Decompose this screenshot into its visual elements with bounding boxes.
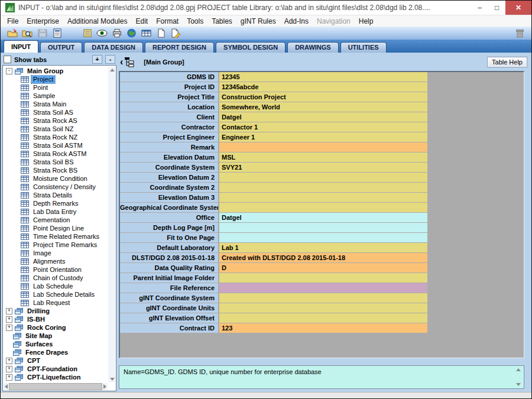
field-value-elevation-datum-2[interactable]: [219, 173, 427, 182]
menu-format[interactable]: Format: [152, 17, 183, 25]
expand-node-icon[interactable]: +: [6, 308, 12, 314]
field-value-client[interactable]: Datgel: [219, 112, 427, 122]
field-value-project-title[interactable]: Construction Project: [219, 92, 427, 102]
tree-item-rock-coring[interactable]: +Rock Coring: [4, 323, 108, 332]
tree-item-cpt-configuration[interactable]: +CPT-Configuration: [4, 381, 108, 382]
minimize-button[interactable]: –: [471, 1, 488, 15]
tree-item-strata-details[interactable]: Strata Details: [4, 191, 108, 199]
tree-horizontal-scrollbar[interactable]: [4, 383, 108, 390]
field-value-depth-log-page-m[interactable]: [219, 223, 427, 232]
field-value-gint-coordinate-system[interactable]: [219, 293, 427, 303]
field-value-gint-elevation-offset[interactable]: [219, 313, 427, 323]
expand-node-icon[interactable]: +: [6, 358, 12, 364]
tree-item-strata-rock-bs[interactable]: Strata Rock BS: [4, 166, 108, 174]
tree-item-strata-main[interactable]: Strata Main: [4, 100, 108, 108]
tab-report-design[interactable]: REPORT DESIGN: [145, 42, 214, 53]
field-value-project-id[interactable]: 12345abcde: [219, 82, 427, 92]
tree-item-cpt-foundation[interactable]: +CPT-Foundation: [4, 365, 108, 373]
tree-item-site-map[interactable]: Site Map: [4, 332, 108, 340]
tree-item-lab-schedule-details[interactable]: Lab Schedule Details: [4, 290, 108, 299]
field-value-elevation-datum-3[interactable]: [219, 193, 427, 202]
tree-item-image[interactable]: Image: [4, 249, 108, 257]
tree-item-strata-rock-astm[interactable]: Strata Rock ASTM: [4, 150, 108, 158]
tab-output[interactable]: OUTPUT: [40, 42, 82, 53]
tree-item-strata-soil-as[interactable]: Strata Soil AS: [4, 108, 108, 116]
tree-item-fence-drapes[interactable]: Fence Drapes: [4, 348, 108, 356]
tree-item-chain-of-custody[interactable]: Chain of Custody: [4, 274, 108, 282]
tab-data-design[interactable]: DATA DESIGN: [84, 42, 143, 53]
tree-item-lab-schedule[interactable]: Lab Schedule: [4, 282, 108, 290]
field-value-fit-to-one-page[interactable]: [219, 233, 427, 242]
tree-item-lab-data-entry[interactable]: Lab Data Entry: [4, 207, 108, 216]
tab-symbol-design[interactable]: SYMBOL DESIGN: [216, 42, 286, 53]
field-value-default-laboratory[interactable]: Lab 1: [219, 243, 427, 252]
expand-node-icon[interactable]: +: [6, 366, 12, 372]
tree-item-cpt-liquefaction[interactable]: +CPT-Liquefaction: [4, 373, 108, 381]
print-icon[interactable]: [109, 27, 124, 39]
close-button[interactable]: ✕: [505, 1, 531, 15]
menu-additional-modules[interactable]: Additional Modules: [63, 17, 131, 25]
field-value-coordinate-system[interactable]: SVY21: [219, 163, 427, 172]
field-value-remark[interactable]: [219, 142, 427, 152]
tree-item-strata-soil-astm[interactable]: Strata Soil ASTM: [4, 141, 108, 150]
collapse-node-icon[interactable]: -: [6, 68, 12, 74]
field-value-data-quality-rating[interactable]: D: [219, 263, 427, 273]
table-help-button[interactable]: Table Help: [487, 57, 527, 67]
tree-item-surfaces[interactable]: Surfaces: [4, 340, 108, 348]
tree-item-drilling[interactable]: +Drilling: [4, 307, 108, 315]
tree-item-alignments[interactable]: Alignments: [4, 257, 108, 265]
new-file-icon[interactable]: [154, 27, 168, 39]
menu-enterprise[interactable]: Enterprise: [22, 17, 63, 25]
scroll-down-icon[interactable]: [110, 378, 115, 381]
field-value-elevation-datum[interactable]: MSL: [219, 153, 427, 162]
tree-item-point-design-line[interactable]: Point Design Line: [4, 224, 108, 232]
field-value-project-engineer[interactable]: Engineer 1: [219, 132, 427, 142]
tree-item-strata-rock-as[interactable]: Strata Rock AS: [4, 116, 108, 125]
scroll-left-icon[interactable]: [5, 384, 8, 389]
preview-icon[interactable]: [95, 27, 109, 39]
edit-file-icon[interactable]: [168, 27, 183, 39]
info-scrollbar[interactable]: [515, 367, 523, 387]
tree-item-cementation[interactable]: Cementation: [4, 216, 108, 224]
field-value-gdms-id[interactable]: 12345: [219, 72, 427, 82]
menu-add-ins[interactable]: Add-Ins: [280, 17, 313, 25]
field-value-geographical-coordinate-system[interactable]: [219, 203, 427, 212]
tree-item-depth-remarks[interactable]: Depth Remarks: [4, 199, 108, 207]
tree-item-point-orientation[interactable]: Point Orientation: [4, 265, 108, 274]
field-value-office[interactable]: Datgel: [219, 213, 427, 222]
form-icon[interactable]: [50, 27, 64, 39]
tree-collapse-all-button[interactable]: -: [105, 55, 115, 64]
scroll-up-icon[interactable]: [110, 69, 115, 72]
tab-drawings[interactable]: DRAWINGS: [287, 42, 339, 53]
scroll-right-icon[interactable]: [103, 384, 106, 389]
tree-item-project[interactable]: Project: [4, 75, 108, 83]
expand-node-icon[interactable]: +: [6, 374, 12, 381]
field-value-coordinate-system-2[interactable]: [219, 183, 427, 192]
tree-item-main-group[interactable]: -Main Group: [4, 67, 108, 75]
tab-input[interactable]: INPUT: [4, 40, 38, 53]
open-project-icon[interactable]: [5, 27, 20, 39]
field-value-contract-id[interactable]: 123: [219, 323, 427, 333]
expand-node-icon[interactable]: +: [6, 316, 12, 323]
show-tabs-checkbox[interactable]: [4, 56, 11, 63]
trash-icon[interactable]: [512, 27, 527, 39]
menu-tables[interactable]: Tables: [207, 17, 236, 25]
tree-item-strata-rock-nz[interactable]: Strata Rock NZ: [4, 133, 108, 141]
menu-help[interactable]: Help: [355, 17, 378, 25]
tree-item-time-related-remarks[interactable]: Time Related Remarks: [4, 232, 108, 241]
tree-item-sample[interactable]: Sample: [4, 92, 108, 100]
tree-item-point[interactable]: Point: [4, 83, 108, 92]
tree-vertical-scrollbar[interactable]: [108, 67, 115, 382]
tree-item-project-time-remarks[interactable]: Project Time Remarks: [4, 241, 108, 249]
scrollbar-thumb[interactable]: [9, 383, 102, 390]
tree-item-cpt[interactable]: +CPT: [4, 356, 108, 365]
report-log-icon[interactable]: [80, 27, 95, 39]
tree-item-is-bh[interactable]: +IS-BH: [4, 315, 108, 323]
expand-node-icon[interactable]: +: [6, 325, 12, 331]
tree-item-consistency-density[interactable]: Consistency / Density: [4, 183, 108, 191]
file-search-icon[interactable]: [20, 27, 35, 39]
field-value-dlst-dgd-2-08-2015-01-18[interactable]: Created with DLST/DGD 2.08 2015-01-18: [219, 253, 427, 262]
collapse-tree-chevron-icon[interactable]: ‹: [120, 57, 123, 67]
tree-item-strata-soil-nz[interactable]: Strata Soil NZ: [4, 125, 108, 133]
table-grid-icon[interactable]: [139, 27, 154, 39]
